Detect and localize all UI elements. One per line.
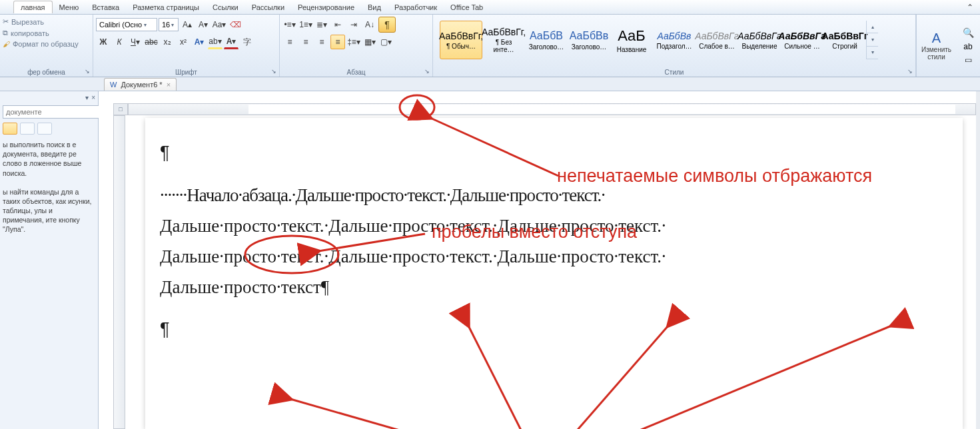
document-tabs: W Документ6 * × <box>0 77 980 91</box>
tab-developer[interactable]: Разработчик <box>388 1 444 13</box>
strikethrough-button[interactable]: abc <box>144 35 159 49</box>
paragraph-mark: ¶ <box>160 314 948 345</box>
gallery-more[interactable]: ▴▾▾ <box>866 21 878 59</box>
numbering-button[interactable]: 1≡▾ <box>298 17 313 32</box>
align-right-button[interactable]: ≡ <box>314 35 329 49</box>
tab-mailings[interactable]: Рассылки <box>245 1 291 13</box>
scissors-icon: ✂ <box>3 17 9 26</box>
style-label: Выделение <box>742 43 777 50</box>
change-case-button[interactable]: Aa▾ <box>212 17 227 32</box>
style-label: Название <box>617 46 647 53</box>
find-icon[interactable]: 🔍 <box>963 27 974 38</box>
dialog-launcher-icon[interactable]: ↘ <box>423 68 431 76</box>
tab-page-layout[interactable]: Разметка страницы <box>126 1 206 13</box>
clear-formatting-button[interactable]: ⌫ <box>228 17 243 32</box>
align-left-button[interactable]: ≡ <box>282 35 297 49</box>
style-item[interactable]: АаБбВвГгВыделение <box>738 21 781 59</box>
style-sample: АаБбВвГг <box>737 31 781 41</box>
document-page[interactable]: ¶ ·······Начало·абзаца.·Дальше·просто·те… <box>145 118 963 429</box>
document-tab[interactable]: W Документ6 * × <box>104 78 177 91</box>
replace-icon[interactable]: ab <box>963 42 972 51</box>
show-hide-pilcrow-button[interactable]: ¶ <box>378 17 396 33</box>
minimize-ribbon-icon[interactable]: ⌃ <box>960 1 980 14</box>
subscript-button[interactable]: x₂ <box>160 35 175 49</box>
nav-search-input[interactable] <box>3 105 101 119</box>
decrease-indent-button[interactable]: ⇤ <box>330 17 345 32</box>
style-label: Строгий <box>832 43 857 50</box>
style-item[interactable]: АаБбВвГг,¶ Обыч… <box>440 21 482 59</box>
vertical-ruler[interactable] <box>113 115 125 429</box>
tab-home[interactable]: лавная <box>13 1 53 13</box>
style-item[interactable]: АаБбВвПодзагол… <box>653 21 696 59</box>
tab-review[interactable]: Рецензирование <box>291 1 361 13</box>
tab-view[interactable]: Вид <box>361 1 388 13</box>
nav-tab-headings[interactable] <box>3 123 17 135</box>
style-label: Сильное … <box>784 43 819 50</box>
bullets-button[interactable]: •≡▾ <box>282 17 297 32</box>
bold-button[interactable]: Ж <box>96 35 111 49</box>
tab-menu[interactable]: Меню <box>53 1 86 13</box>
style-item[interactable]: АаБбВвЗаголово… <box>568 21 610 59</box>
horizontal-ruler[interactable] <box>128 103 976 115</box>
enclose-char-button[interactable]: 字 <box>240 35 254 49</box>
expand-icon[interactable]: ▾ <box>867 47 878 59</box>
select-icon[interactable]: ▭ <box>965 55 972 65</box>
style-label: Подзагол… <box>656 43 692 50</box>
style-item[interactable]: АаБНазвание <box>610 21 653 59</box>
tab-office-tab[interactable]: Office Tab <box>444 1 490 13</box>
dropdown-icon[interactable]: ▾ <box>85 94 89 101</box>
style-sample: АаБбВвГг <box>778 31 825 41</box>
change-styles-label: Изменить стили <box>919 46 953 61</box>
change-styles-icon: A <box>932 31 941 46</box>
workspace: □ ¶ ·······Начало·абзаца.·Дальше·просто·… <box>99 91 976 429</box>
line-spacing-button[interactable]: ‡≡▾ <box>346 35 361 49</box>
multilevel-button[interactable]: ≣▾ <box>314 17 329 32</box>
tab-references[interactable]: Ссылки <box>206 1 245 13</box>
underline-button[interactable]: Ч▾ <box>128 35 143 49</box>
nav-tab-results[interactable] <box>37 123 52 135</box>
font-name-combo[interactable]: Calibri (Осно▾ <box>96 18 157 31</box>
format-label: Формат по образцу <box>13 40 79 48</box>
increase-indent-button[interactable]: ⇥ <box>346 17 361 32</box>
style-item[interactable]: АаБбВвГгСтрогий <box>823 21 866 59</box>
style-item[interactable]: АаБбВвГг,¶ Без инте… <box>482 21 525 59</box>
dialog-launcher-icon[interactable]: ↘ <box>83 68 91 76</box>
format-painter-button[interactable]: 🖌Формат по образцу <box>3 39 90 49</box>
style-item[interactable]: АаБбВвГгСлабое в… <box>696 21 738 59</box>
highlight-button[interactable]: ab▾ <box>208 35 223 49</box>
style-gallery: АаБбВвГг,¶ Обыч…АаБбВвГг,¶ Без инте…АаБб… <box>436 16 913 64</box>
document-body[interactable]: ¶ ·······Начало·абзаца.·Дальше·просто·те… <box>160 138 948 345</box>
group-styles: АаБбВвГг,¶ Обыч…АаБбВвГг,¶ Без инте…АаБб… <box>433 15 916 77</box>
text-effects-button[interactable]: A▾ <box>192 35 207 49</box>
change-styles-button[interactable]: A Изменить стили <box>916 15 956 77</box>
style-item[interactable]: АаБбВвГгСильное … <box>781 21 823 59</box>
dialog-launcher-icon[interactable]: ↘ <box>906 68 914 76</box>
shrink-font-button[interactable]: A▾ <box>196 17 211 32</box>
copy-button[interactable]: ⧉копировать <box>3 27 90 39</box>
align-center-button[interactable]: ≡ <box>298 35 313 49</box>
grow-font-button[interactable]: A▴ <box>180 17 195 32</box>
style-item[interactable]: АаБбВЗаголово… <box>525 21 568 59</box>
shading-button[interactable]: ▦▾ <box>362 35 377 49</box>
vertical-scrollbar[interactable] <box>976 91 980 429</box>
tab-insert[interactable]: Вставка <box>85 1 126 13</box>
style-sample: АаБбВвГг <box>695 31 738 41</box>
dropdown-icon: ▾ <box>170 22 175 28</box>
style-sample: АаБ <box>618 27 646 45</box>
dialog-launcher-icon[interactable]: ↘ <box>270 68 278 76</box>
row-down-icon[interactable]: ▾ <box>867 33 878 46</box>
text-line: Дальше·просто·текст¶ <box>160 272 948 303</box>
justify-button[interactable]: ≡ <box>330 35 345 49</box>
cut-button[interactable]: ✂Вырезать <box>3 16 90 27</box>
sort-button[interactable]: A↓ <box>362 17 377 32</box>
font-size-combo[interactable]: 16▾ <box>159 18 179 31</box>
close-icon[interactable]: × <box>91 94 95 101</box>
borders-button[interactable]: ▢▾ <box>378 35 393 49</box>
close-icon[interactable]: × <box>167 81 171 89</box>
ruler-corner[interactable]: □ <box>113 103 128 115</box>
superscript-button[interactable]: x² <box>176 35 191 49</box>
font-color-button[interactable]: A▾ <box>224 35 239 49</box>
row-up-icon[interactable]: ▴ <box>867 21 878 33</box>
italic-button[interactable]: К <box>112 35 127 49</box>
nav-tab-pages[interactable] <box>20 123 35 135</box>
